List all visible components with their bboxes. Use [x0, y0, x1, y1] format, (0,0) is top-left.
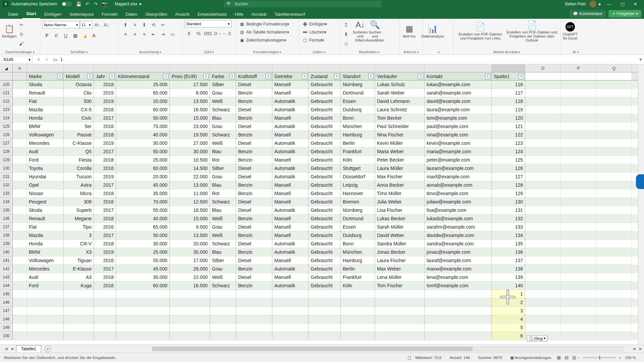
cell[interactable]: tomf@example.com [425, 282, 492, 290]
cell[interactable]: Peugeot [27, 198, 64, 206]
comma-icon[interactable]: 000 [204, 29, 212, 38]
cell[interactable] [236, 315, 272, 323]
cell[interactable]: Q5 [64, 147, 94, 156]
cell[interactable]: Benzin [236, 181, 272, 189]
cell[interactable] [425, 323, 492, 332]
cell[interactable] [94, 307, 116, 315]
cell[interactable]: Clio [64, 89, 94, 97]
cell[interactable]: Gebraucht [309, 231, 341, 240]
cell[interactable]: Corolla [64, 164, 94, 173]
cell[interactable]: Megane [64, 215, 94, 223]
cell[interactable]: Diesel [236, 139, 272, 147]
cell[interactable]: 2019 [94, 97, 116, 106]
cell[interactable] [341, 315, 375, 323]
cell[interactable]: Automatik [272, 97, 309, 106]
cell[interactable]: 30.000 [170, 147, 210, 156]
cell[interactable]: peter@example.com [425, 156, 492, 164]
cell[interactable]: 15.000 [170, 215, 210, 223]
cell[interactable]: Tom Fischer [375, 282, 425, 290]
cell[interactable]: 22.000 [170, 273, 210, 282]
cell[interactable] [210, 315, 236, 323]
cell[interactable] [94, 290, 116, 298]
cell[interactable]: 4 [492, 315, 525, 323]
col-header-o[interactable]: O [525, 64, 561, 72]
cell[interactable]: 55.000 [116, 206, 170, 215]
cell[interactable]: Weiß [210, 139, 236, 147]
cell[interactable]: maxf@example.com [425, 173, 492, 181]
cell[interactable]: tom@example.com [425, 114, 492, 122]
row-header[interactable]: 123 [0, 106, 13, 114]
cell[interactable]: 2017 [94, 206, 116, 215]
cell[interactable]: Honda [27, 114, 64, 122]
cell[interactable]: Gebraucht [309, 248, 341, 256]
cell[interactable]: 2018 [94, 273, 116, 282]
cell[interactable]: 2018 [94, 240, 116, 248]
cell[interactable]: 117 [492, 89, 525, 97]
cell[interactable]: Hamburg [341, 256, 375, 265]
cell[interactable]: 23.000 [170, 122, 210, 131]
cell[interactable]: Fiat [27, 97, 64, 106]
format-painter-icon[interactable]: 🖌 [17, 39, 26, 48]
cell[interactable]: Manuell [272, 215, 309, 223]
cell[interactable] [272, 315, 309, 323]
cell[interactable]: 2016 [94, 223, 116, 231]
cell[interactable]: 6 [492, 332, 525, 340]
cell[interactable]: 500 [64, 97, 94, 106]
cell[interactable]: Gebraucht [309, 189, 341, 198]
wrap-text-icon[interactable]: ↩ [159, 20, 167, 29]
cell[interactable]: lena@example.com [425, 273, 492, 282]
fx-icon[interactable]: ƒx [53, 57, 57, 62]
cell[interactable]: Lukas Schulz [375, 80, 425, 89]
row-header[interactable]: 139 [0, 240, 13, 248]
cell[interactable] [116, 307, 170, 315]
cell[interactable]: Gebraucht [309, 114, 341, 122]
cell[interactable] [375, 307, 425, 315]
cell[interactable]: Grau [210, 122, 236, 131]
cell[interactable] [64, 323, 94, 332]
cell[interactable]: Honda [27, 240, 64, 248]
cell[interactable]: Schwarz [210, 240, 236, 248]
cell[interactable]: lukasb@example.com [425, 215, 492, 223]
cell[interactable]: David Lehmann [375, 97, 425, 106]
cell[interactable]: Octavia [64, 80, 94, 89]
minimize-button[interactable]: — [607, 2, 611, 7]
row-header[interactable]: 124 [0, 114, 13, 122]
chevron-down-icon[interactable]: ▾ [139, 1, 142, 7]
cell[interactable]: Mazda [27, 231, 64, 240]
cell[interactable] [210, 332, 236, 340]
cell[interactable]: Paul Schneider [375, 122, 425, 131]
cell[interactable]: Laura Müller [375, 164, 425, 173]
cell[interactable] [341, 307, 375, 315]
cell[interactable]: Civic [64, 114, 94, 122]
cell[interactable]: Gebraucht [309, 139, 341, 147]
cell[interactable] [375, 290, 425, 298]
cell[interactable]: 5 [492, 323, 525, 332]
cell[interactable]: Manuell [272, 189, 309, 198]
format-as-table-button[interactable]: ▤Als Tabelle formatieren ▾ [239, 28, 296, 36]
cell[interactable] [170, 307, 210, 315]
cell[interactable]: E-Klasse [64, 265, 94, 273]
table-header-farbe[interactable]: Farbe▾ [210, 72, 236, 80]
cell[interactable]: 20.000 [170, 240, 210, 248]
table-header-getriebe[interactable]: Getriebe▾ [272, 72, 309, 80]
decrease-font-icon[interactable]: A↓ [102, 20, 111, 29]
cell[interactable]: lisa@example.com [425, 206, 492, 215]
cell[interactable]: Manuell [272, 273, 309, 282]
cell[interactable]: Sarah Weber [375, 89, 425, 97]
cell[interactable]: 18.500 [170, 206, 210, 215]
copy-icon[interactable]: ⎘ [17, 30, 26, 39]
cell[interactable]: Julia Weber [375, 198, 425, 206]
cell[interactable]: 128 [492, 181, 525, 189]
cell[interactable]: Manuell [272, 114, 309, 122]
cell[interactable]: Automatik [272, 206, 309, 215]
number-format-select[interactable]: Standard▾ [184, 20, 231, 27]
cell[interactable]: Dortmund [341, 89, 375, 97]
cell[interactable] [236, 307, 272, 315]
cell[interactable]: Mercedes [27, 265, 64, 273]
cell[interactable]: Manuell [272, 131, 309, 139]
cell[interactable] [116, 315, 170, 323]
cell[interactable]: 25.000 [116, 156, 170, 164]
cell[interactable]: Fiat [27, 223, 64, 231]
col-header-h[interactable] [236, 64, 272, 72]
cell[interactable]: 50.000 [116, 114, 170, 122]
